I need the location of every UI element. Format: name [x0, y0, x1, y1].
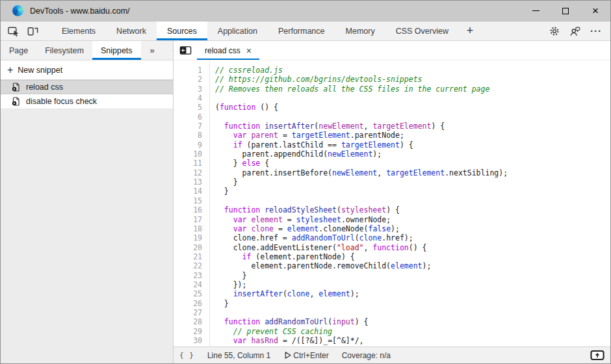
code-editor[interactable]: 1234567891011121314151617181920212223242…	[174, 60, 610, 346]
hide-navigator-button[interactable]	[174, 41, 197, 60]
status-action-button[interactable]	[590, 350, 604, 360]
code-line[interactable]: var clone = element.cloneNode(false);	[215, 224, 610, 233]
line-number[interactable]: 21	[174, 252, 202, 261]
line-number[interactable]: 11	[174, 159, 202, 168]
more-tabs-button[interactable]: +	[459, 21, 481, 40]
code-line[interactable]	[215, 112, 610, 122]
code-line[interactable]: }	[215, 271, 610, 280]
code-line[interactable]: clone.addEventListener("load", function(…	[215, 243, 610, 252]
tab-performance[interactable]: Performance	[268, 21, 335, 40]
code-line[interactable]: if (parent.lastChild == targetElement) {	[215, 140, 610, 150]
line-number[interactable]: 13	[174, 177, 202, 187]
line-number[interactable]: 15	[174, 196, 202, 205]
inspect-element-button[interactable]	[3, 21, 23, 40]
code-line[interactable]: element.parentNode.removeChild(element);	[215, 261, 610, 270]
line-number[interactable]: 25	[174, 289, 202, 298]
code-line[interactable]: parent.appendChild(newElement);	[215, 150, 610, 159]
line-number[interactable]: 23	[174, 271, 202, 280]
code-line[interactable]: function addRandomToUrl(input) {	[215, 317, 610, 326]
code-line[interactable]: insertAfter(clone, element);	[215, 289, 610, 298]
code-line[interactable]: parent.insertBefore(newElement, targetEl…	[215, 168, 610, 177]
maximize-button[interactable]	[551, 1, 580, 21]
tab-network[interactable]: Network	[106, 21, 157, 40]
code-line[interactable]: // prevent CSS caching	[215, 327, 610, 336]
hide-navigator-icon	[179, 44, 192, 57]
code-line[interactable]	[215, 308, 610, 317]
minimize-button[interactable]	[521, 1, 551, 21]
code-line[interactable]	[215, 94, 610, 103]
code-line[interactable]: (function () {	[215, 103, 610, 112]
line-number[interactable]: 28	[174, 317, 202, 326]
line-number[interactable]: 24	[174, 280, 202, 289]
sidebar-tab-row: PageFilesystemSnippets » ···	[1, 41, 173, 60]
tab-sources[interactable]: Sources	[157, 21, 207, 40]
code-line[interactable]: var hasRnd = /([?&])_=[^&]*/,	[215, 336, 610, 345]
code-line[interactable]	[215, 196, 610, 205]
main-toolbar: ElementsNetworkSourcesApplicationPerform…	[1, 21, 610, 41]
settings-button[interactable]	[544, 21, 565, 40]
snippet-item-disable-focus-check[interactable]: disable focus check	[1, 94, 173, 109]
code-line[interactable]: }	[215, 187, 610, 196]
code-line[interactable]: }	[215, 177, 610, 187]
run-snippet-button[interactable]: Ctrl+Enter	[283, 351, 328, 360]
tab-close-icon[interactable]: ×	[246, 46, 252, 55]
line-number[interactable]: 1	[174, 66, 202, 75]
line-number[interactable]: 7	[174, 122, 202, 131]
code-line[interactable]: if (element.parentNode) {	[215, 252, 610, 261]
line-number[interactable]: 4	[174, 94, 202, 103]
tab-memory[interactable]: Memory	[335, 21, 385, 40]
window-controls: ×	[521, 1, 610, 21]
new-snippet-button[interactable]: + New snippet	[1, 60, 173, 80]
tab-css-overview[interactable]: CSS Overview	[385, 21, 459, 40]
close-button[interactable]: ×	[580, 1, 610, 21]
editor-tab-reload-css[interactable]: reload css ×	[197, 41, 259, 60]
line-number[interactable]: 29	[174, 327, 202, 336]
maximize-icon	[562, 8, 569, 14]
line-number[interactable]: 3	[174, 84, 202, 94]
arrow-up-box-icon	[590, 350, 604, 360]
line-number[interactable]: 18	[174, 224, 202, 233]
line-number[interactable]: 2	[174, 75, 202, 84]
code-line[interactable]: function insertAfter(newElement, targetE…	[215, 122, 610, 131]
line-number[interactable]: 8	[174, 131, 202, 140]
feedback-button[interactable]	[565, 21, 586, 40]
sidebar-overflow-button[interactable]: »	[141, 41, 164, 60]
snippet-list: reload css disable focus check	[1, 80, 173, 109]
line-number[interactable]: 27	[174, 308, 202, 317]
code-line[interactable]: } else {	[215, 159, 610, 168]
code-line[interactable]: var element = stylesheet.ownerNode;	[215, 215, 610, 224]
code-line[interactable]: // Removes then reloads all the CSS file…	[215, 84, 610, 94]
line-number[interactable]: 16	[174, 205, 202, 214]
line-number[interactable]: 17	[174, 215, 202, 224]
code-line[interactable]: // cssreload.js	[215, 66, 610, 75]
window-title: DevTools - www.baidu.com/	[30, 6, 130, 16]
line-number[interactable]: 22	[174, 261, 202, 270]
line-number[interactable]: 10	[174, 150, 202, 159]
sidebar-tab-snippets[interactable]: Snippets	[92, 41, 141, 60]
more-options-button[interactable]: ···	[586, 21, 606, 40]
tab-elements[interactable]: Elements	[51, 21, 106, 40]
close-icon: ×	[592, 5, 599, 16]
code-line[interactable]: clone.href = addRandomToUrl(clone.href);	[215, 233, 610, 242]
line-number[interactable]: 19	[174, 233, 202, 242]
minimize-icon	[532, 10, 540, 11]
line-number[interactable]: 5	[174, 103, 202, 112]
line-number[interactable]: 12	[174, 168, 202, 177]
code-line[interactable]: });	[215, 280, 610, 289]
line-number[interactable]: 6	[174, 112, 202, 122]
line-number[interactable]: 20	[174, 243, 202, 252]
code-line[interactable]: // https://github.com/bgrins/devtools-sn…	[215, 75, 610, 84]
code-line[interactable]: var parent = targetElement.parentNode;	[215, 131, 610, 140]
line-number[interactable]: 26	[174, 299, 202, 308]
code-line[interactable]: function reloadStyleSheet(stylesheet) {	[215, 205, 610, 214]
line-number[interactable]: 30	[174, 336, 202, 345]
line-number[interactable]: 14	[174, 187, 202, 196]
line-number[interactable]: 9	[174, 140, 202, 150]
tab-application[interactable]: Application	[207, 21, 268, 40]
snippet-item-reload-css[interactable]: reload css	[1, 80, 173, 94]
code-line[interactable]: }	[215, 299, 610, 308]
sidebar-tab-page[interactable]: Page	[1, 41, 36, 60]
sidebar-tab-filesystem[interactable]: Filesystem	[36, 41, 92, 60]
device-toolbar-button[interactable]	[23, 21, 42, 40]
pretty-print-button[interactable]: { }	[179, 351, 194, 359]
